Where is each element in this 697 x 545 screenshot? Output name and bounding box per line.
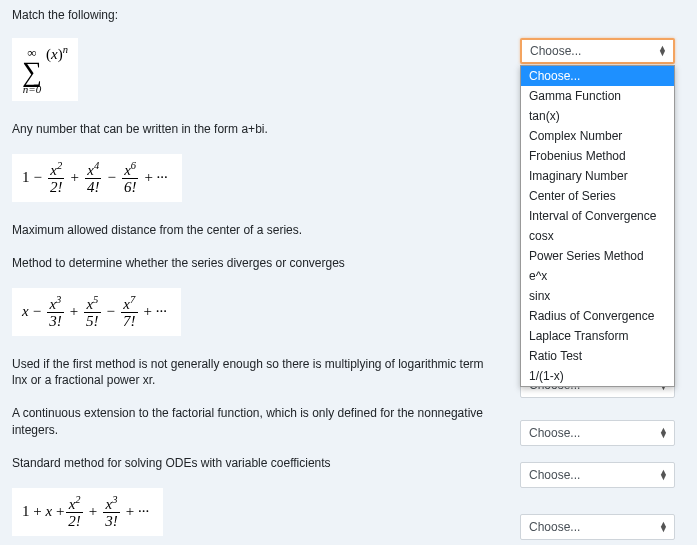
dropdown-option[interactable]: cosx — [521, 226, 674, 246]
dropdown-option[interactable]: e^x — [521, 266, 674, 286]
dropdown-option[interactable]: Interval of Convergence — [521, 206, 674, 226]
prompt-text-1: Any number that can be written in the fo… — [12, 121, 500, 138]
match-select-0[interactable]: Choose...▲▼ — [520, 38, 675, 64]
caret-icon: ▲▼ — [659, 522, 668, 532]
dropdown-panel[interactable]: Choose...Gamma Functiontan(x)Complex Num… — [520, 65, 675, 387]
dropdown-option[interactable]: Power Series Method — [521, 246, 674, 266]
formula-2: 1−x22!+x44!−x66!+ ··· — [12, 154, 182, 202]
dropdown-option[interactable]: Gamma Function — [521, 86, 674, 106]
dropdown-option[interactable]: Choose... — [521, 66, 674, 86]
dropdown-option[interactable]: sinx — [521, 286, 674, 306]
dropdown-option[interactable]: Complex Number — [521, 126, 674, 146]
dropdown-option[interactable]: 1/(1-x) — [521, 366, 674, 386]
match-select-2[interactable]: Choose...▲▼ — [520, 420, 675, 446]
select-value: Choose... — [530, 44, 581, 58]
content-area: ∞∑n=0(x)nAny number that can be written … — [12, 38, 685, 545]
match-select-4[interactable]: Choose...▲▼ — [520, 514, 675, 540]
formula-5: x−x33!+x55!−x77!+ ··· — [12, 288, 181, 336]
caret-icon: ▲▼ — [659, 428, 668, 438]
formula-9: 1 + x +x22!+x33!+ ··· — [12, 488, 163, 536]
prompt-text-6: Used if the first method is not generall… — [12, 356, 500, 390]
select-value: Choose... — [529, 468, 580, 482]
prompt-text-8: Standard method for solving ODEs with va… — [12, 455, 500, 472]
prompt-text-3: Maximum allowed distance from the center… — [12, 222, 500, 239]
caret-icon: ▲▼ — [659, 470, 668, 480]
dropdown-option[interactable]: Radius of Convergence — [521, 306, 674, 326]
select-value: Choose... — [529, 520, 580, 534]
prompts-column: ∞∑n=0(x)nAny number that can be written … — [12, 38, 520, 545]
dropdown-option[interactable]: Center of Series — [521, 186, 674, 206]
match-select-3[interactable]: Choose...▲▼ — [520, 462, 675, 488]
question-title: Match the following: — [12, 8, 685, 22]
selects-column: Choose...▲▼Choose...Gamma Functiontan(x)… — [520, 38, 685, 545]
dropdown-option[interactable]: Ratio Test — [521, 346, 674, 366]
dropdown-option[interactable]: Laplace Transform — [521, 326, 674, 346]
dropdown-option[interactable]: Imaginary Number — [521, 166, 674, 186]
dropdown-option[interactable]: Frobenius Method — [521, 146, 674, 166]
dropdown-option[interactable]: tan(x) — [521, 106, 674, 126]
formula-0: ∞∑n=0(x)n — [12, 38, 78, 101]
select-value: Choose... — [529, 426, 580, 440]
prompt-text-4: Method to determine whether the series d… — [12, 255, 500, 272]
prompt-text-7: A continuous extension to the factorial … — [12, 405, 500, 439]
caret-icon: ▲▼ — [658, 46, 667, 56]
